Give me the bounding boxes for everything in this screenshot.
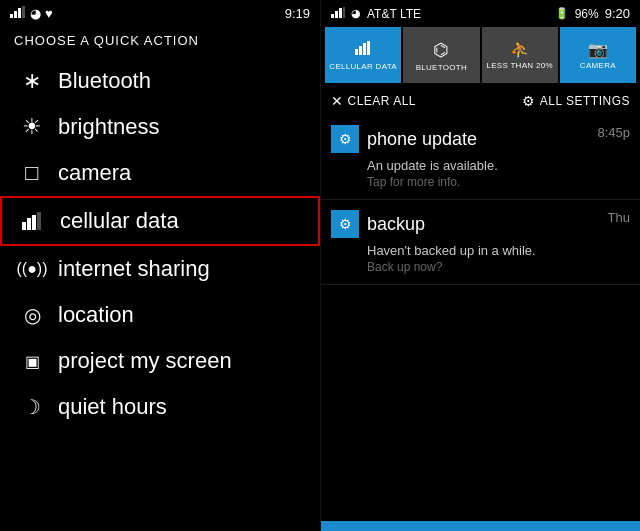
menu-label-quiet-hours: quiet hours [58,394,167,420]
svg-rect-14 [363,43,366,55]
left-time: 9:19 [285,6,310,21]
internet-sharing-icon: ((●)) [14,260,50,278]
action-bar: ✕ CLEAR ALL ⚙ ALL SETTINGS [321,87,640,115]
right-signal-icon [331,7,345,21]
menu-item-cellular-data[interactable]: cellular data [0,196,320,246]
right-wifi-icon: ◕ [351,7,361,20]
notif-phone-update-time: 8:45p [597,125,630,140]
menu-item-bluetooth[interactable]: ∗ Bluetooth [0,58,320,104]
qa-battery-label: LESS THAN 20% [486,61,552,70]
brightness-icon: ☀ [14,114,50,140]
clear-all-x-icon: ✕ [331,93,344,109]
menu-item-camera[interactable]: □ camera [0,150,320,196]
menu-label-cellular: cellular data [60,208,179,234]
left-title: CHOOSE A QUICK ACTION [0,25,320,58]
bottom-bar [321,521,640,531]
right-status-bar: ◕ AT&T LTE 🔋 96% 9:20 [321,0,640,25]
menu-item-internet-sharing[interactable]: ((●)) internet sharing [0,246,320,292]
menu-label-bluetooth: Bluetooth [58,68,151,94]
right-status-right: 🔋 96% 9:20 [555,6,630,21]
clear-all-label: CLEAR ALL [348,94,417,108]
menu-item-brightness[interactable]: ☀ brightness [0,104,320,150]
menu-label-location: location [58,302,134,328]
qa-tile-camera[interactable]: 📷 CAMERA [560,27,636,83]
notif-backup-title-row: ⚙ backup [331,210,425,238]
notif-phone-update-header: ⚙ phone update 8:45p [331,125,630,153]
notif-phone-update-sub: Tap for more info. [331,175,630,189]
svg-rect-9 [335,11,338,18]
wifi-icon: ◕ [30,6,41,21]
settings-gear-icon: ⚙ [522,93,536,109]
notif-backup-time: Thu [608,210,630,225]
notification-phone-update[interactable]: ⚙ phone update 8:45p An update is availa… [321,115,640,200]
notif-phone-update-title-row: ⚙ phone update [331,125,477,153]
moon-icon: ☽ [14,395,50,419]
qa-camera-icon: 📷 [588,40,608,59]
svg-rect-4 [22,222,26,230]
notif-backup-icon: ⚙ [331,210,359,238]
camera-icon: □ [14,160,50,186]
notif-backup-header: ⚙ backup Thu [331,210,630,238]
bluetooth-icon: ∗ [14,68,50,94]
svg-rect-0 [10,14,13,18]
svg-rect-13 [359,46,362,55]
quick-actions-bar: CELLULAR DATA ⌬ BLUETOOTH ⛹ LESS THAN 20… [321,25,640,87]
qa-tile-bluetooth[interactable]: ⌬ BLUETOOTH [403,27,479,83]
svg-rect-7 [37,212,41,230]
menu-label-camera: camera [58,160,131,186]
menu-label-project-screen: project my screen [58,348,232,374]
svg-rect-10 [339,8,342,18]
all-settings-label: ALL SETTINGS [540,94,630,108]
left-status-bar: ◕ ♥ 9:19 [0,0,320,25]
menu-item-quiet-hours[interactable]: ☽ quiet hours [0,384,320,430]
signal-icon [10,6,26,21]
right-battery: 96% [575,7,599,21]
notif-backup-title: backup [367,214,425,235]
notif-phone-update-body: An update is available. [331,157,630,175]
menu-item-location[interactable]: ◎ location [0,292,320,338]
svg-rect-2 [18,8,21,18]
menu-label-internet-sharing: internet sharing [58,256,210,282]
bluetooth-status-icon: ♥ [45,6,53,21]
notif-phone-update-title: phone update [367,129,477,150]
svg-rect-6 [32,215,36,230]
qa-cellular-label: CELLULAR DATA [329,62,397,71]
qa-tile-cellular-data[interactable]: CELLULAR DATA [325,27,401,83]
menu-label-brightness: brightness [58,114,160,140]
left-status-icons: ◕ ♥ [10,6,53,21]
notif-backup-sub: Back up now? [331,260,630,274]
notif-backup-body: Haven't backed up in a while. [331,242,630,260]
svg-rect-12 [355,49,358,55]
qa-bluetooth-icon: ⌬ [433,39,449,61]
gear-icon-phone-update: ⚙ [339,131,352,147]
svg-rect-3 [22,6,25,18]
project-screen-icon: ▣ [14,352,50,371]
qa-battery-icon: ⛹ [510,40,530,59]
location-icon: ◎ [14,303,50,327]
svg-rect-5 [27,218,31,230]
qa-camera-label: CAMERA [580,61,616,70]
notification-backup[interactable]: ⚙ backup Thu Haven't backed up in a whil… [321,200,640,285]
left-panel: ◕ ♥ 9:19 CHOOSE A QUICK ACTION ∗ Bluetoo… [0,0,320,531]
right-carrier: AT&T LTE [367,7,421,21]
svg-rect-11 [343,7,345,18]
qa-cellular-icon [355,39,371,60]
qa-tile-battery[interactable]: ⛹ LESS THAN 20% [482,27,558,83]
gear-icon-backup: ⚙ [339,216,352,232]
menu-item-project-screen[interactable]: ▣ project my screen [0,338,320,384]
qa-bluetooth-label: BLUETOOTH [416,63,467,72]
right-battery-icon: 🔋 [555,7,569,20]
svg-rect-8 [331,14,334,18]
right-time: 9:20 [605,6,630,21]
all-settings-button[interactable]: ⚙ ALL SETTINGS [522,93,630,109]
notif-phone-update-icon: ⚙ [331,125,359,153]
right-panel: ◕ AT&T LTE 🔋 96% 9:20 CELLULAR DATA ⌬ [320,0,640,531]
svg-rect-1 [14,11,17,18]
cellular-icon [16,212,52,230]
svg-rect-15 [367,41,370,55]
clear-all-button[interactable]: ✕ CLEAR ALL [331,93,416,109]
